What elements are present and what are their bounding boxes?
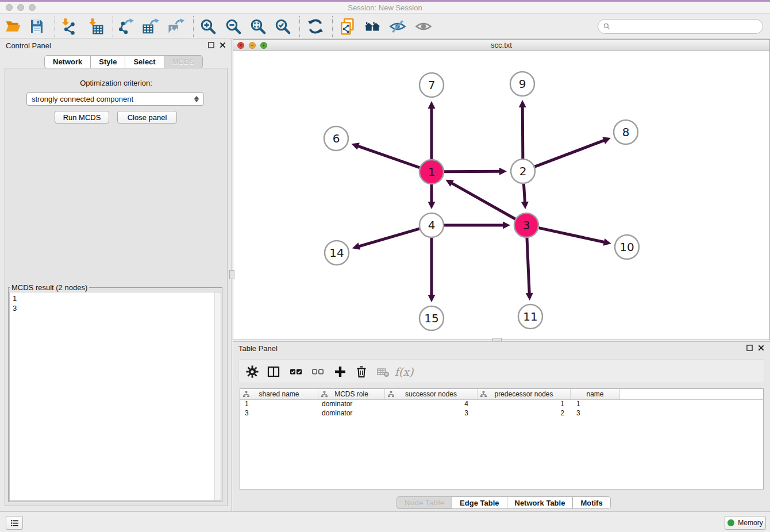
run-mcds-button[interactable]: Run MCDS (55, 111, 109, 124)
first-neighbors-icon[interactable] (363, 17, 382, 36)
tab-motifs[interactable]: Motifs (573, 496, 610, 509)
memory-button[interactable]: Memory (725, 516, 766, 530)
hide-selected-icon[interactable] (388, 17, 407, 36)
show-columns-icon[interactable] (265, 363, 282, 380)
graph-edge-arrowhead (428, 202, 436, 209)
panel-splitter-handle[interactable] (229, 270, 234, 279)
zoom-in-icon[interactable] (198, 17, 218, 36)
function-builder-icon: f(x) (395, 363, 413, 380)
show-all-icon[interactable] (414, 17, 433, 36)
float-panel-icon[interactable] (746, 345, 753, 351)
open-file-icon[interactable] (3, 17, 23, 36)
optimization-criterion-select[interactable]: strongly connected component (26, 92, 204, 106)
cell-predecessor-nodes[interactable]: 1 (478, 400, 571, 409)
graph-edge-arrowhead (503, 222, 510, 229)
deselect-all-icon[interactable] (309, 363, 326, 380)
tab-mcds[interactable]: MCDS (164, 55, 203, 68)
network-window-title: scc.txt (233, 41, 769, 49)
column-header-predecessor-nodes[interactable]: predecessor nodes (478, 389, 571, 399)
table-header-row: shared name MCDS role successor nodes pr… (240, 389, 763, 400)
search-input[interactable] (611, 22, 763, 31)
graph-node-label: 3 (523, 218, 530, 232)
control-panel-title: Control Panel (6, 41, 51, 50)
apply-layout-icon[interactable] (306, 17, 325, 36)
add-column-icon[interactable] (332, 363, 349, 380)
task-history-button[interactable] (6, 516, 23, 530)
graph-edge-1-2[interactable] (444, 171, 500, 172)
cell-successor-nodes[interactable]: 3 (385, 409, 478, 418)
zoom-out-icon[interactable] (224, 17, 243, 36)
cell-mcds-role[interactable]: dominator (318, 409, 385, 418)
mcds-result-textarea[interactable]: 1 3 (9, 292, 221, 501)
mcds-result-group: MCDS result (2 nodes) 1 3 (8, 283, 222, 502)
import-table-icon[interactable] (86, 17, 105, 36)
table-panel: Table Panel (233, 341, 770, 511)
tab-select[interactable]: Select (125, 55, 164, 68)
table-row[interactable]: 1 dominator 4 1 1 (240, 400, 763, 409)
tab-node-table[interactable]: Node Table (396, 496, 452, 509)
cell-predecessor-nodes[interactable]: 2 (478, 409, 571, 418)
tab-network[interactable]: Network (44, 55, 91, 68)
mcds-result-scrollbar[interactable] (214, 292, 221, 500)
export-image-icon[interactable] (166, 17, 186, 36)
graph-edge-2-8[interactable] (535, 140, 605, 167)
cell-successor-nodes[interactable]: 4 (385, 400, 478, 409)
select-all-icon[interactable] (287, 363, 305, 380)
column-header-mcds-role[interactable]: MCDS role (318, 389, 385, 399)
table-row[interactable]: 3 dominator 3 2 3 (240, 409, 763, 418)
close-panel-icon[interactable] (220, 42, 226, 48)
tab-style[interactable]: Style (91, 55, 125, 68)
toolbar-separator (55, 16, 55, 37)
delete-icon[interactable] (353, 363, 370, 380)
close-panel-button[interactable]: Close panel (117, 111, 177, 124)
graph-edge-1-6[interactable] (357, 146, 419, 168)
graph-edge-arrowhead (352, 242, 360, 249)
zoom-fit-icon[interactable] (248, 17, 268, 36)
zoom-selected-icon[interactable] (273, 17, 292, 36)
tab-network-table[interactable]: Network Table (507, 496, 573, 509)
memory-status-dot (727, 519, 734, 526)
column-header-name[interactable]: name (571, 389, 620, 399)
cell-mcds-role[interactable]: dominator (318, 400, 385, 409)
cell-shared-name[interactable]: 1 (240, 400, 318, 409)
main-toolbar (0, 13, 770, 38)
graph-edge-3-10[interactable] (538, 228, 605, 242)
graph-edge-3-1[interactable] (451, 183, 515, 219)
column-type-icon (243, 391, 249, 398)
network-canvas[interactable]: 7968124314101511 (233, 51, 769, 340)
graph-node-label: 7 (428, 78, 436, 92)
graph-edge-arrowhead (351, 142, 359, 149)
node-table[interactable]: shared name MCDS role successor nodes pr… (240, 388, 764, 489)
title-bar: Session: New Session (0, 2, 770, 13)
table-toolbar: f(x) (238, 359, 764, 383)
export-network-icon[interactable] (116, 17, 136, 36)
graph-edge-3-11[interactable] (527, 238, 529, 294)
column-header-shared-name[interactable]: shared name (240, 389, 318, 399)
graph-edge-4-14[interactable] (358, 229, 419, 246)
graph-edge-2-3[interactable] (523, 184, 525, 203)
tab-edge-table[interactable]: Edge Table (452, 496, 507, 509)
graph-edge-arrowhead (603, 238, 611, 246)
graph-node-label: 10 (619, 240, 634, 254)
graph-edge-arrowhead (526, 293, 533, 300)
float-panel-icon[interactable] (208, 42, 214, 48)
graph-node-label: 1 (428, 165, 436, 179)
graph-node-label: 4 (428, 218, 436, 232)
close-panel-icon[interactable] (758, 345, 764, 351)
save-session-icon[interactable] (27, 17, 47, 36)
search-field[interactable] (598, 19, 763, 34)
import-network-icon[interactable] (59, 17, 78, 36)
toolbar-separator (193, 16, 194, 37)
clone-network-icon[interactable] (338, 17, 357, 36)
export-table-icon[interactable] (141, 17, 160, 36)
cell-name[interactable]: 3 (571, 409, 620, 418)
control-panel: Control Panel Network Style Select MCDS … (0, 39, 232, 511)
network-window-titlebar[interactable]: × − + scc.txt (233, 40, 769, 51)
graph-edge-2-9[interactable] (522, 106, 523, 159)
window-title: Session: New Session (0, 3, 770, 12)
cell-name[interactable]: 1 (571, 400, 620, 409)
settings-gear-icon[interactable] (244, 363, 261, 380)
cell-shared-name[interactable]: 3 (240, 409, 318, 418)
column-header-successor-nodes[interactable]: successor nodes (385, 389, 478, 399)
network-view-window: × − + scc.txt 7968124314101511 (233, 39, 770, 340)
